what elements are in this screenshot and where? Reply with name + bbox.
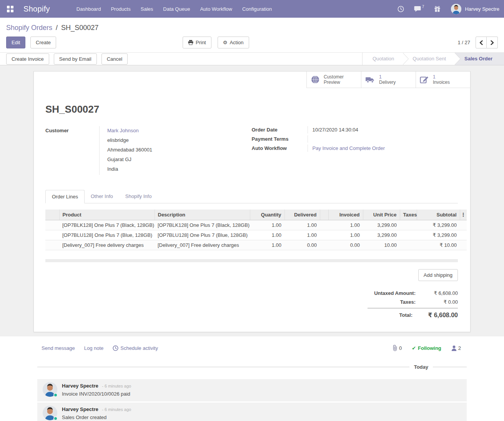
action-button[interactable]: ⚙ Action bbox=[218, 37, 249, 48]
pager-next-button[interactable] bbox=[487, 37, 498, 48]
cell-description: [OP7BLU128] One Plus 7 (Blue, 128GB) bbox=[155, 230, 250, 240]
pager-counter: 1 / 27 bbox=[457, 40, 470, 45]
cell-description: [OP7BLK128] One Plus 7 (Black, 128GB) bbox=[155, 220, 250, 230]
customer-link[interactable]: Mark Johnson bbox=[107, 128, 139, 133]
message-body: Invoice INV/2020/10/0026 paid bbox=[62, 391, 131, 398]
edit-button[interactable]: Edit bbox=[6, 37, 25, 48]
menu-sales[interactable]: Sales bbox=[136, 1, 158, 17]
send-by-email-button[interactable]: Send by Email bbox=[54, 53, 97, 65]
taxes-column-header[interactable]: Taxes bbox=[400, 210, 417, 220]
today-label: Today bbox=[409, 364, 433, 370]
form-area: Customer Preview 1 Delivery 1 bbox=[0, 65, 504, 336]
schedule-activity-button[interactable]: Schedule activity bbox=[113, 345, 158, 351]
total-value: ₹ 6,608.00 bbox=[419, 311, 458, 319]
untaxed-amount-label: Untaxed Amount: bbox=[374, 290, 416, 296]
table-row[interactable]: [OP7BLU128] One Plus 7 (Blue, 128GB) [OP… bbox=[45, 230, 467, 240]
invoices-button[interactable]: 1 Invoices bbox=[416, 72, 470, 88]
breadcrumb-parent-link[interactable]: Shopify Orders bbox=[6, 24, 52, 32]
followers-button[interactable]: 2 bbox=[451, 345, 461, 351]
menu-dashboard[interactable]: Dashboard bbox=[72, 1, 106, 17]
customer-group: Customer Mark Johnson elisbridge Ahmedab… bbox=[45, 126, 252, 175]
send-message-button[interactable]: Send message bbox=[42, 345, 75, 351]
auto-workflow-label: Auto Workflow bbox=[252, 145, 308, 152]
message-item: Harvey Spectre - 6 minutes ago Sales Ord… bbox=[37, 403, 467, 421]
message-timestamp: - 6 minutes ago bbox=[102, 384, 131, 388]
optional-columns-icon[interactable]: ⋮ bbox=[460, 210, 467, 220]
clock-icon bbox=[113, 345, 118, 351]
message-count-badge: 7 bbox=[422, 5, 424, 9]
create-invoice-button[interactable]: Create Invoice bbox=[6, 53, 49, 65]
cancel-button[interactable]: Cancel bbox=[101, 53, 128, 65]
order-info-group: Order Date 10/27/2020 14:30:04 Payment T… bbox=[252, 126, 458, 175]
printer-icon bbox=[188, 40, 193, 45]
message-author[interactable]: Harvey Spectre bbox=[62, 406, 98, 412]
cell-unit-price: 3,299.00 bbox=[363, 230, 400, 240]
totals-block: Untaxed Amount: ₹ 6,608.00 Taxes: ₹ 0.00… bbox=[368, 289, 458, 320]
tab-shopify-info[interactable]: Shopify Info bbox=[119, 190, 158, 203]
message-body: Sales Order created bbox=[62, 414, 131, 421]
cell-subtotal: ₹ 3,299.00 bbox=[417, 220, 460, 230]
product-column-header[interactable]: Product bbox=[59, 210, 155, 220]
online-status-dot bbox=[53, 393, 58, 397]
activities-clock-icon[interactable] bbox=[398, 6, 404, 12]
messages-icon[interactable]: 7 bbox=[414, 6, 424, 12]
menu-configuration[interactable]: Configuration bbox=[237, 1, 277, 17]
breadcrumb-separator: / bbox=[56, 24, 58, 32]
gift-icon[interactable] bbox=[434, 6, 441, 12]
page-title: SH_S00027 bbox=[45, 103, 458, 115]
quantity-column-header[interactable]: Quantity bbox=[250, 210, 284, 220]
create-button[interactable]: Create bbox=[30, 37, 56, 48]
cell-product: [OP7BLU128] One Plus 7 (Blue, 128GB) bbox=[59, 230, 155, 240]
user-name: Harvey Spectre bbox=[465, 6, 499, 12]
today-divider: Today bbox=[37, 364, 467, 370]
address-state: Gujarat GJ bbox=[107, 156, 252, 163]
main-menu: Dashboard Products Sales Data Queue Auto… bbox=[72, 1, 277, 17]
attachment-count: 0 bbox=[399, 345, 402, 351]
message-thread: Today Harvey Spectre - 6 minutes ago Inv… bbox=[37, 364, 467, 421]
status-step-quotation[interactable]: Quotation bbox=[363, 53, 403, 65]
address-street: elisbridge bbox=[107, 136, 252, 144]
breadcrumb-current: SH_S00027 bbox=[61, 24, 98, 32]
status-step-sales-order[interactable]: Sales Order bbox=[454, 53, 504, 65]
message-author[interactable]: Harvey Spectre bbox=[62, 383, 98, 389]
auto-workflow-link[interactable]: Pay Invoice and Complete Order bbox=[313, 145, 385, 151]
menu-auto-workflow[interactable]: Auto Workflow bbox=[195, 1, 237, 17]
log-note-button[interactable]: Log note bbox=[84, 345, 104, 351]
delivered-column-header[interactable]: Delivered bbox=[284, 210, 320, 220]
cell-subtotal: ₹ 3,299.00 bbox=[417, 230, 460, 240]
status-step-quotation-sent[interactable]: Quotation Sent bbox=[403, 53, 454, 65]
menu-data-queue[interactable]: Data Queue bbox=[158, 1, 195, 17]
delivery-button[interactable]: 1 Delivery bbox=[361, 72, 416, 88]
cell-quantity: 1.00 bbox=[250, 220, 284, 230]
paperclip-icon bbox=[393, 345, 398, 351]
person-icon bbox=[451, 345, 457, 351]
description-column-header[interactable]: Description bbox=[155, 210, 250, 220]
attachments-button[interactable]: 0 bbox=[393, 345, 402, 351]
tab-order-lines[interactable]: Order Lines bbox=[45, 190, 85, 203]
table-row[interactable]: [Delivery_007] Free delivery charges [De… bbox=[45, 240, 467, 250]
pager-previous-button[interactable] bbox=[476, 37, 487, 48]
menu-products[interactable]: Products bbox=[106, 1, 135, 17]
apps-grid-icon[interactable] bbox=[7, 6, 13, 12]
cell-unit-price: 10.00 bbox=[363, 240, 400, 250]
add-shipping-button[interactable]: Add shipping bbox=[418, 269, 458, 281]
payment-terms-value bbox=[308, 135, 458, 143]
user-menu[interactable]: Harvey Spectre bbox=[451, 4, 499, 14]
status-steps: Quotation Quotation Sent Sales Order bbox=[362, 53, 504, 65]
subtotal-column-header[interactable]: Subtotal bbox=[417, 210, 460, 220]
list-footer bbox=[45, 259, 458, 262]
follower-count: 2 bbox=[458, 345, 461, 351]
address-country: India bbox=[107, 165, 252, 173]
following-button[interactable]: ✔ Following bbox=[412, 345, 441, 351]
app-brand[interactable]: Shopify bbox=[23, 5, 50, 13]
unit-price-column-header[interactable]: Unit Price bbox=[363, 210, 400, 220]
print-button[interactable]: Print bbox=[183, 37, 211, 48]
cell-invoiced: 0.00 bbox=[328, 240, 363, 250]
button-box: Customer Preview 1 Delivery 1 bbox=[34, 72, 470, 88]
address-city: Ahmedabad 360001 bbox=[107, 146, 252, 153]
tab-other-info[interactable]: Other Info bbox=[85, 190, 119, 203]
table-row[interactable]: [OP7BLK128] One Plus 7 (Black, 128GB) [O… bbox=[45, 220, 467, 230]
customer-preview-button[interactable]: Customer Preview bbox=[306, 72, 361, 88]
edit-square-icon bbox=[420, 75, 429, 84]
invoiced-column-header[interactable]: Invoiced bbox=[328, 210, 363, 220]
